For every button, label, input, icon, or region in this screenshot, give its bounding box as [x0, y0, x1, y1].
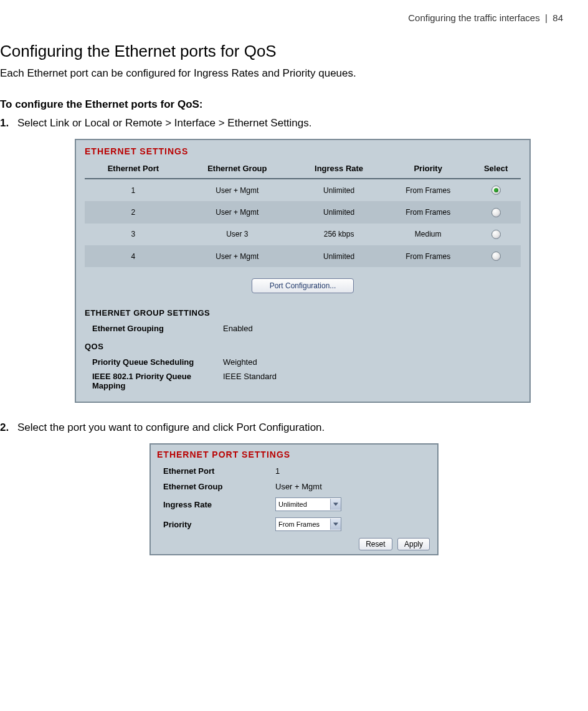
priority-select-value: From Frames: [278, 520, 320, 528]
col-ingress-rate: Ingress Rate: [293, 160, 385, 179]
ingress-rate-select-value: Unlimited: [278, 501, 307, 508]
cell-port: 1: [85, 179, 182, 201]
page-header: Configuring the traffic interfaces | 84: [0, 12, 588, 23]
qos-title: QOS: [85, 342, 521, 351]
ethernet-port-settings-title: ETHERNET PORT SETTINGS: [157, 450, 431, 459]
ethernet-grouping-value: Enabled: [223, 324, 521, 333]
table-row: 4 User + Mgmt Unlimited From Frames: [85, 245, 521, 267]
priority-queue-scheduling-label: Priority Queue Scheduling: [92, 357, 223, 367]
step-2-text: Select the port you want to configure an…: [17, 421, 588, 434]
select-radio-1[interactable]: [491, 186, 501, 195]
ethernet-port-settings-panel: ETHERNET PORT SETTINGS Ethernet Port 1 E…: [149, 443, 439, 555]
header-sep: |: [545, 12, 548, 23]
group-label: Ethernet Group: [163, 482, 275, 491]
cell-rate: Unlimited: [293, 245, 385, 267]
page-title: Configuring the Ethernet ports for QoS: [0, 42, 588, 61]
ethernet-settings-title: ETHERNET SETTINGS: [85, 146, 521, 156]
ethernet-settings-panel: ETHERNET SETTINGS Ethernet Port Ethernet…: [75, 139, 531, 403]
col-ethernet-port: Ethernet Port: [85, 160, 182, 179]
step-1-text: Select Link or Local or Remote > Interfa…: [17, 117, 588, 129]
port-value: 1: [275, 466, 431, 476]
cell-port: 4: [85, 245, 182, 267]
ieee-priority-mapping-value: IEEE Standard: [223, 372, 521, 390]
cell-prio: Medium: [385, 224, 471, 245]
reset-button[interactable]: Reset: [359, 538, 392, 550]
cell-prio: From Frames: [385, 245, 471, 267]
port-label: Ethernet Port: [163, 466, 275, 476]
ethernet-grouping-label: Ethernet Grouping: [92, 324, 223, 333]
priority-label: Priority: [163, 520, 275, 529]
apply-button[interactable]: Apply: [397, 538, 430, 550]
step-2: 2. Select the port you want to configure…: [0, 421, 588, 434]
col-ethernet-group: Ethernet Group: [182, 160, 293, 179]
header-page-number: 84: [552, 12, 563, 23]
ingress-rate-select[interactable]: Unlimited: [275, 497, 341, 511]
cell-group: User + Mgmt: [182, 245, 293, 267]
ethernet-table: Ethernet Port Ethernet Group Ingress Rat…: [85, 160, 521, 267]
cell-port: 2: [85, 201, 182, 223]
group-value: User + Mgmt: [275, 482, 431, 491]
step-1-number: 1.: [0, 117, 17, 129]
table-row: 2 User + Mgmt Unlimited From Frames: [85, 201, 521, 223]
step-1: 1. Select Link or Local or Remote > Inte…: [0, 117, 588, 129]
chevron-down-icon: [330, 519, 341, 530]
cell-prio: From Frames: [385, 201, 471, 223]
table-row: 3 User 3 256 kbps Medium: [85, 224, 521, 245]
cell-rate: 256 kbps: [293, 224, 385, 245]
cell-group: User + Mgmt: [182, 201, 293, 223]
ethernet-group-settings-title: ETHERNET GROUP SETTINGS: [85, 308, 521, 318]
cell-group: User + Mgmt: [182, 179, 293, 201]
cell-prio: From Frames: [385, 179, 471, 201]
cell-rate: Unlimited: [293, 201, 385, 223]
subheading: To configure the Ethernet ports for QoS:: [0, 98, 588, 111]
cell-rate: Unlimited: [293, 179, 385, 201]
intro-text: Each Ethernet port can be configured for…: [0, 67, 588, 80]
header-section: Configuring the traffic interfaces: [408, 12, 540, 23]
cell-port: 3: [85, 224, 182, 245]
select-radio-3[interactable]: [491, 230, 501, 239]
select-radio-4[interactable]: [491, 252, 501, 261]
table-row: 1 User + Mgmt Unlimited From Frames: [85, 179, 521, 201]
ieee-priority-mapping-label: IEEE 802.1 Priority Queue Mapping: [92, 372, 223, 390]
select-radio-2[interactable]: [491, 208, 501, 217]
port-configuration-button[interactable]: Port Configuration...: [252, 278, 354, 293]
col-priority: Priority: [385, 160, 471, 179]
priority-queue-scheduling-value: Weighted: [223, 357, 521, 367]
priority-select[interactable]: From Frames: [275, 517, 341, 531]
ingress-rate-label: Ingress Rate: [163, 500, 275, 509]
cell-group: User 3: [182, 224, 293, 245]
step-2-number: 2.: [0, 421, 17, 434]
chevron-down-icon: [330, 499, 341, 510]
col-select: Select: [471, 160, 521, 179]
